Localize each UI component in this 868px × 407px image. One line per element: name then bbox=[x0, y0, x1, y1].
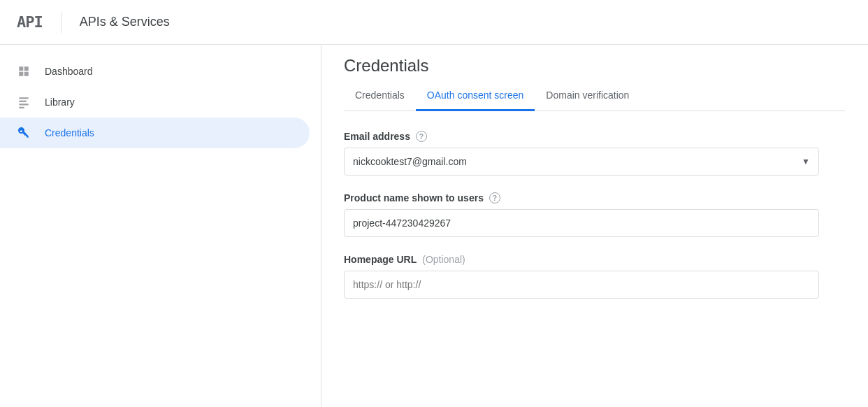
app-name: APIs & Services bbox=[80, 15, 170, 29]
product-help-icon[interactable]: ? bbox=[489, 192, 500, 204]
svg-rect-1 bbox=[19, 101, 27, 102]
header-divider bbox=[61, 12, 62, 33]
layout: Dashboard Library Credentials bbox=[0, 45, 868, 407]
product-label: Product name shown to users ? bbox=[344, 192, 846, 204]
homepage-input[interactable] bbox=[344, 271, 819, 299]
email-section: Email address ? nickcooktest7@gmail.com … bbox=[344, 131, 846, 176]
homepage-optional: (Optional) bbox=[422, 254, 465, 265]
tab-domain[interactable]: Domain verification bbox=[535, 81, 640, 111]
email-label: Email address ? bbox=[344, 131, 846, 142]
tabs: Credentials OAuth consent screen Domain … bbox=[344, 81, 846, 111]
sidebar-item-dashboard[interactable]: Dashboard bbox=[0, 56, 310, 87]
sidebar-item-dashboard-label: Dashboard bbox=[45, 66, 93, 77]
sidebar: Dashboard Library Credentials bbox=[0, 45, 321, 407]
email-value: nickcooktest7@gmail.com bbox=[353, 156, 467, 167]
email-select[interactable]: nickcooktest7@gmail.com ▼ bbox=[344, 148, 819, 176]
tab-oauth[interactable]: OAuth consent screen bbox=[416, 81, 535, 111]
chevron-down-icon: ▼ bbox=[802, 157, 810, 166]
sidebar-item-credentials[interactable]: Credentials bbox=[0, 117, 310, 148]
header-logo: API APIs & Services bbox=[17, 12, 338, 33]
header: API APIs & Services bbox=[0, 0, 868, 45]
product-input[interactable] bbox=[344, 209, 819, 237]
api-logo: API bbox=[17, 13, 43, 31]
main-content: Credentials Credentials OAuth consent sc… bbox=[321, 45, 868, 407]
dashboard-icon bbox=[17, 64, 31, 78]
svg-rect-2 bbox=[19, 103, 29, 105]
library-icon bbox=[17, 95, 31, 109]
svg-rect-3 bbox=[19, 107, 24, 108]
product-section: Product name shown to users ? bbox=[344, 192, 846, 237]
tab-credentials[interactable]: Credentials bbox=[344, 81, 416, 111]
sidebar-item-library[interactable]: Library bbox=[0, 87, 310, 117]
credentials-icon bbox=[17, 126, 31, 140]
homepage-section: Homepage URL (Optional) bbox=[344, 254, 846, 299]
sidebar-item-library-label: Library bbox=[45, 97, 75, 108]
email-help-icon[interactable]: ? bbox=[416, 131, 427, 142]
page-title: Credentials bbox=[344, 45, 846, 81]
svg-rect-0 bbox=[19, 97, 29, 99]
sidebar-item-credentials-label: Credentials bbox=[45, 127, 94, 138]
homepage-label: Homepage URL (Optional) bbox=[344, 254, 846, 265]
